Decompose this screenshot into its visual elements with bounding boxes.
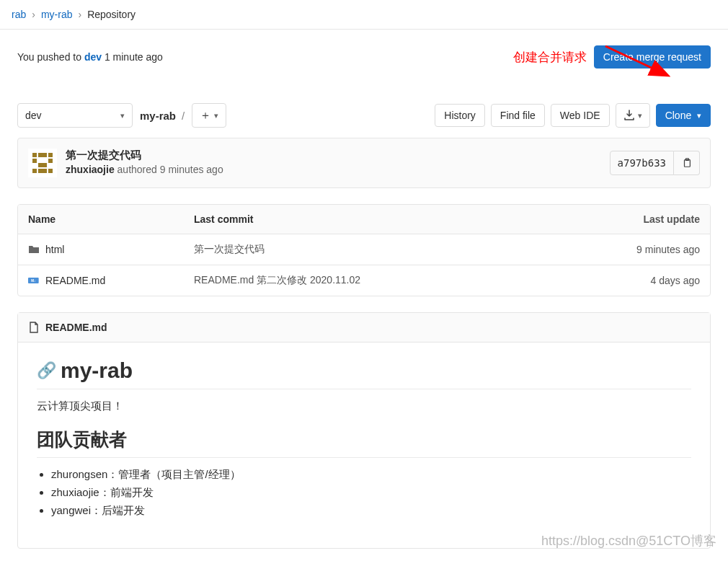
breadcrumb-item-rab[interactable]: rab — [12, 9, 26, 20]
readme-paragraph: 云计算顶尖项目！ — [37, 399, 691, 413]
branch-select-label: dev — [25, 110, 42, 121]
commit-time: authored 9 minutes ago — [115, 164, 223, 175]
breadcrumb-item-repository: Repository — [87, 9, 136, 20]
branch-select[interactable]: dev ▾ — [17, 103, 133, 128]
avatar — [28, 149, 57, 177]
folder-icon — [28, 244, 40, 255]
add-dropdown[interactable]: ＋ ▾ — [192, 103, 226, 128]
svg-rect-5 — [38, 153, 43, 157]
readme-body: 🔗my-rab 云计算顶尖项目！ 团队贡献者 zhurongsen：管理者（项目… — [18, 343, 710, 548]
file-tree: Name Last commit Last update html 第一次提交代… — [17, 204, 711, 296]
download-dropdown[interactable]: ▾ — [616, 103, 650, 128]
push-prefix: You pushed to — [17, 51, 84, 63]
breadcrumb: rab › my-rab › Repository — [0, 0, 728, 30]
list-item: yangwei：后端开发 — [51, 504, 691, 518]
web-ide-button[interactable]: Web IDE — [551, 104, 610, 127]
readme-h1: 🔗my-rab — [37, 358, 691, 389]
push-message: You pushed to dev 1 minute ago — [17, 51, 163, 63]
col-update-header: Last update — [585, 213, 700, 225]
tree-item-update: 9 minutes ago — [585, 244, 700, 255]
svg-rect-11 — [32, 169, 37, 173]
svg-rect-3 — [32, 153, 37, 157]
push-notice: You pushed to dev 1 minute ago 创建合并请求 Cr… — [0, 30, 728, 86]
chevron-right-icon: › — [78, 9, 81, 20]
breadcrumb-item-myrab[interactable]: my-rab — [41, 9, 73, 20]
readme-h1-text: my-rab — [61, 358, 133, 383]
action-bar: dev ▾ my-rab / ＋ ▾ History Find file Web… — [0, 103, 728, 128]
commit-author[interactable]: zhuxiaojie — [66, 164, 115, 175]
svg-text:M↓: M↓ — [31, 279, 35, 283]
path-crumb: my-rab / — [140, 110, 185, 122]
readme-h2: 团队贡献者 — [37, 428, 691, 458]
svg-rect-14 — [43, 169, 47, 173]
path-slash: / — [182, 110, 185, 122]
readme-list: zhurongsen：管理者（项目主管/经理） zhuxiaojie：前端开发 … — [51, 468, 691, 518]
push-branch-link[interactable]: dev — [84, 51, 102, 63]
svg-rect-6 — [43, 153, 47, 157]
file-icon — [28, 322, 40, 333]
svg-rect-9 — [38, 163, 43, 167]
list-item: zhuxiaojie：前端开发 — [51, 486, 691, 500]
tree-item-commit[interactable]: README.md 第二次修改 2020.11.02 — [194, 274, 585, 287]
markdown-icon: M↓ — [28, 275, 40, 286]
commit-title[interactable]: 第一次提交代码 — [66, 149, 223, 162]
chevron-down-icon: ▾ — [120, 111, 125, 120]
copy-sha-button[interactable] — [674, 151, 700, 175]
col-commit-header: Last commit — [194, 213, 585, 225]
tree-item-update: 4 days ago — [585, 275, 700, 286]
file-tree-header: Name Last commit Last update — [18, 205, 710, 234]
readme-panel: README.md 🔗my-rab 云计算顶尖项目！ 团队贡献者 zhurong… — [17, 312, 711, 549]
create-merge-request-button[interactable]: Create merge request — [594, 45, 711, 69]
tree-item-commit[interactable]: 第一次提交代码 — [194, 243, 585, 256]
svg-rect-8 — [48, 159, 53, 163]
svg-rect-7 — [32, 159, 37, 163]
chevron-down-icon: ▾ — [638, 111, 642, 120]
svg-rect-13 — [38, 169, 43, 173]
list-item: zhurongsen：管理者（项目主管/经理） — [51, 468, 691, 482]
annotation-text: 创建合并请求 — [513, 49, 587, 66]
chevron-down-icon: ▾ — [697, 111, 701, 120]
history-button[interactable]: History — [435, 104, 485, 127]
clone-button[interactable]: Clone ▾ — [656, 104, 711, 127]
readme-filename: README.md — [45, 322, 107, 333]
table-row[interactable]: html 第一次提交代码 9 minutes ago — [18, 234, 710, 265]
push-time: 1 minute ago — [102, 51, 163, 63]
svg-rect-12 — [48, 169, 53, 173]
tree-item-name[interactable]: html — [45, 244, 64, 255]
project-name[interactable]: my-rab — [140, 110, 176, 122]
svg-rect-10 — [43, 163, 47, 167]
plus-icon: ＋ — [200, 108, 211, 123]
tree-item-name[interactable]: README.md — [45, 275, 105, 286]
svg-rect-4 — [48, 153, 53, 157]
link-icon[interactable]: 🔗 — [37, 361, 56, 380]
chevron-down-icon: ▾ — [214, 111, 218, 120]
find-file-button[interactable]: Find file — [491, 104, 545, 127]
readme-header: README.md — [18, 313, 710, 343]
chevron-right-icon: › — [32, 9, 35, 20]
clipboard-icon — [682, 158, 692, 168]
commit-sha[interactable]: a797b633 — [610, 151, 674, 175]
table-row[interactable]: M↓ README.md README.md 第二次修改 2020.11.02 … — [18, 265, 710, 296]
last-commit-panel: 第一次提交代码 zhuxiaojie authored 9 minutes ag… — [17, 138, 711, 188]
clone-label: Clone — [665, 110, 692, 121]
commit-byline: zhuxiaojie authored 9 minutes ago — [66, 164, 223, 175]
download-icon — [623, 110, 635, 121]
col-name-header: Name — [28, 213, 194, 225]
